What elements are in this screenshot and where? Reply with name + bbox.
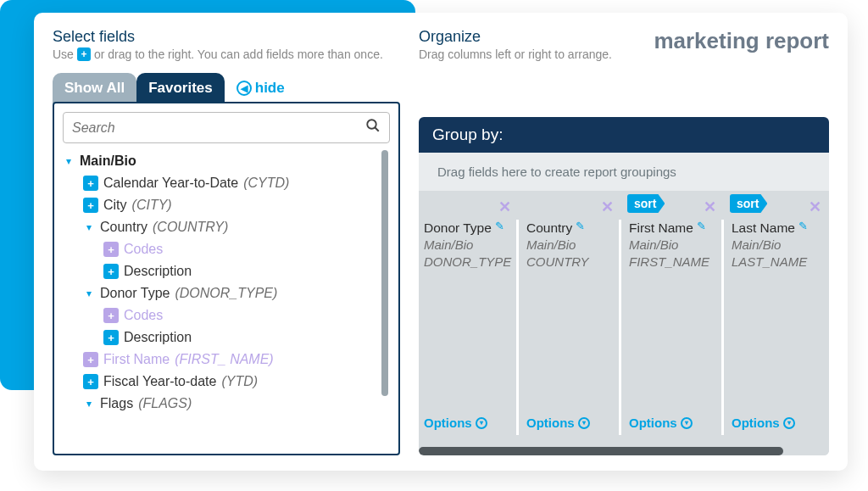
- groupby-hint[interactable]: Drag fields here to create report groupi…: [419, 153, 829, 191]
- search-icon: [365, 118, 381, 137]
- node-code: (DONOR_TYPE): [175, 286, 277, 301]
- main-panel: Select fields Use + or drag to the right…: [34, 13, 848, 471]
- node-code: (YTD): [221, 374, 258, 389]
- column-options[interactable]: Options ▾: [424, 382, 511, 430]
- column-options[interactable]: Options ▾: [629, 382, 716, 430]
- node-label: Donor Type: [100, 286, 170, 301]
- plus-icon[interactable]: +: [83, 198, 98, 213]
- sort-chip[interactable]: sort: [627, 194, 665, 213]
- column-card[interactable]: sort ✕ First Name ✎ Main/Bio FIRST_NAME …: [624, 220, 724, 435]
- caret-down-icon: ▾: [476, 417, 487, 429]
- plus-icon[interactable]: +: [103, 242, 119, 257]
- horizontal-scrollbar[interactable]: [419, 447, 829, 455]
- column-options[interactable]: Options ▾: [526, 382, 614, 430]
- tree-node-country[interactable]: ▾ Country (COUNTRY): [63, 216, 376, 238]
- sort-chip[interactable]: sort: [730, 194, 767, 213]
- plus-icon[interactable]: +: [103, 330, 119, 345]
- node-label: Codes: [124, 308, 163, 323]
- node-code: (COUNTRY): [153, 220, 228, 235]
- tree-node-donor-codes[interactable]: + Codes: [63, 304, 376, 326]
- column-title: Country ✎: [526, 220, 614, 237]
- chevron-down-icon: ▾: [83, 287, 95, 299]
- node-label: Main/Bio: [80, 153, 136, 169]
- search-wrap[interactable]: [63, 112, 390, 143]
- sub-prefix: Use: [53, 47, 74, 61]
- close-icon[interactable]: ✕: [809, 198, 821, 216]
- node-label: Country: [100, 220, 147, 235]
- tree-node-country-desc[interactable]: + Description: [63, 260, 376, 282]
- field-tree-box: ▾ Main/Bio + Calendar Year-to-Date (CYTD…: [53, 102, 400, 455]
- node-label: Description: [124, 264, 192, 279]
- node-code: (CITY): [132, 198, 172, 213]
- column-sub1: Main/Bio: [526, 237, 614, 254]
- tabs: Show All Favorites: [53, 73, 225, 103]
- column-sub2: DONOR_TYPE: [424, 254, 511, 271]
- tree-node-cytd[interactable]: + Calendar Year-to-Date (CYTD): [63, 172, 376, 194]
- pencil-icon[interactable]: ✎: [697, 220, 706, 234]
- report-title: marketing report: [654, 28, 829, 54]
- close-icon[interactable]: ✕: [498, 198, 511, 216]
- sub-suffix: or drag to the right. You can add fields…: [94, 47, 383, 61]
- pencil-icon[interactable]: ✎: [798, 220, 808, 234]
- groupby-header: Group by:: [419, 117, 829, 153]
- tree-node-fiscal-ytd[interactable]: + Fiscal Year-to-date (YTD): [63, 371, 376, 393]
- column-card[interactable]: ✕ Country ✎ Main/Bio COUNTRY Options ▾: [521, 220, 621, 435]
- tab-favorites[interactable]: Favorites: [136, 73, 225, 103]
- hide-toggle[interactable]: ◀ hide: [236, 80, 285, 97]
- column-title: First Name ✎: [629, 220, 716, 237]
- select-fields-title: Select fields: [53, 28, 400, 46]
- node-label: Calendar Year-to-Date: [103, 176, 238, 191]
- caret-down-icon: ▾: [578, 417, 590, 429]
- plus-icon: +: [77, 47, 91, 61]
- close-icon[interactable]: ✕: [704, 198, 716, 216]
- scrollbar-thumb[interactable]: [419, 447, 783, 455]
- chevron-down-icon: ▾: [63, 155, 75, 167]
- caret-down-icon: ▾: [783, 417, 795, 429]
- columns-viewport: ✕ Donor Type ✎ Main/Bio DONOR_TYPE Optio…: [419, 191, 829, 455]
- tree-node-city[interactable]: + City (CITY): [63, 194, 376, 216]
- column-card[interactable]: sort ✕ Last Name ✎ Main/Bio LAST_NAME Op…: [726, 220, 826, 435]
- node-code: (CYTD): [243, 176, 289, 191]
- plus-icon[interactable]: +: [83, 176, 98, 191]
- node-label: Codes: [124, 242, 163, 257]
- node-label: First Name: [103, 352, 170, 367]
- chevron-down-icon: ▾: [83, 221, 95, 233]
- plus-icon[interactable]: +: [103, 308, 119, 323]
- column-sub2: FIRST_NAME: [629, 254, 716, 271]
- column-card[interactable]: ✕ Donor Type ✎ Main/Bio DONOR_TYPE Optio…: [419, 220, 519, 435]
- select-fields-subtitle: Use + or drag to the right. You can add …: [53, 47, 400, 61]
- select-fields-column: Select fields Use + or drag to the right…: [53, 28, 400, 455]
- tree-node-first-name[interactable]: + First Name (FIRST_ NAME): [63, 349, 376, 371]
- node-label: Flags: [100, 396, 133, 411]
- tree-node-country-codes[interactable]: + Codes: [63, 238, 376, 260]
- field-tree: ▾ Main/Bio + Calendar Year-to-Date (CYTD…: [63, 150, 376, 415]
- plus-icon[interactable]: +: [83, 352, 98, 367]
- organize-column: marketing report Organize Drag columns l…: [419, 28, 829, 455]
- pencil-icon[interactable]: ✎: [495, 220, 504, 234]
- plus-icon[interactable]: +: [103, 264, 119, 279]
- tree-node-flags[interactable]: ▾ Flags (FLAGS): [63, 393, 376, 415]
- tree-node-donor-type[interactable]: ▾ Donor Type (DONOR_TYPE): [63, 282, 376, 304]
- column-sub1: Main/Bio: [424, 237, 511, 254]
- columns-row[interactable]: ✕ Donor Type ✎ Main/Bio DONOR_TYPE Optio…: [419, 191, 829, 447]
- tab-row: Show All Favorites ◀ hide: [53, 73, 400, 103]
- tree-node-donor-desc[interactable]: + Description: [63, 326, 376, 349]
- column-options[interactable]: Options ▾: [732, 382, 821, 430]
- groupby-box: Group by: Drag fields here to create rep…: [419, 117, 829, 455]
- node-label: Fiscal Year-to-date: [103, 374, 216, 389]
- svg-line-1: [375, 127, 379, 131]
- tab-show-all[interactable]: Show All: [53, 73, 136, 103]
- svg-point-0: [367, 120, 376, 129]
- search-input[interactable]: [72, 120, 365, 136]
- plus-icon[interactable]: +: [83, 374, 98, 389]
- node-label: City: [103, 198, 127, 213]
- node-code: (FIRST_ NAME): [175, 352, 273, 367]
- tree-node-main-bio[interactable]: ▾ Main/Bio: [63, 150, 376, 172]
- scrollbar[interactable]: [381, 150, 388, 396]
- close-icon[interactable]: ✕: [601, 198, 614, 216]
- column-sub2: COUNTRY: [526, 254, 614, 271]
- tree-scroll[interactable]: ▾ Main/Bio + Calendar Year-to-Date (CYTD…: [63, 150, 390, 445]
- column-title: Donor Type ✎: [424, 220, 511, 237]
- column-title: Last Name ✎: [732, 220, 821, 237]
- pencil-icon[interactable]: ✎: [576, 220, 585, 234]
